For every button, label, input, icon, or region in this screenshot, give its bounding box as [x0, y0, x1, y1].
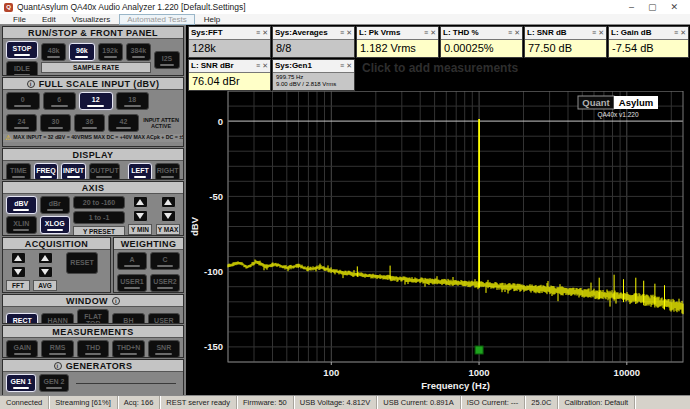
menu-edit[interactable]: Edit [35, 15, 63, 24]
tile-pk-vrms[interactable]: L: Pk Vrms≡✕ 1.182 Vrms [356, 26, 439, 58]
axis-xlog-button[interactable]: XLOG [40, 216, 71, 234]
display-time-button[interactable]: TIME [6, 163, 31, 180]
meas-rms-button[interactable]: RMS [41, 340, 73, 358]
gen1-frequency: 999.75 Hz [276, 74, 351, 81]
display-output-button[interactable]: OUTPUT [89, 163, 120, 180]
sample-rate-384k-button[interactable]: 384k [126, 43, 151, 61]
fsi-12-button[interactable]: 12 [79, 92, 113, 110]
fsi-42-button[interactable]: 42 [108, 114, 139, 132]
tile-menu-icon[interactable]: ≡ [256, 29, 260, 37]
close-icon[interactable]: ✕ [670, 0, 678, 14]
averages-down-button[interactable] [38, 266, 53, 278]
section-weighting: WEIGHTING A C USER1 USER2 [113, 237, 184, 293]
tile-snr-db[interactable]: L: SNR dB≡✕ 77.50 dB [524, 26, 607, 58]
tile-thd-percent[interactable]: L: THD %≡✕ 0.00025% [440, 26, 523, 58]
sample-rate-192k-button[interactable]: 192k [98, 43, 123, 61]
tile-value: 8/8 [273, 40, 354, 57]
meas-gain-button[interactable]: GAIN [6, 340, 38, 358]
sample-rate-96k-button[interactable]: 96k [69, 43, 94, 61]
tile-close-icon[interactable]: ✕ [430, 29, 436, 37]
tile-menu-icon[interactable]: ≡ [256, 62, 260, 70]
tile-close-icon[interactable]: ✕ [598, 29, 604, 37]
menu-help[interactable]: Help [197, 15, 227, 24]
idle-button[interactable]: IDLE [6, 61, 38, 76]
window-user-button[interactable]: USER [148, 313, 180, 325]
window-rect-button[interactable]: RECT [6, 313, 38, 325]
fft-size-up-button[interactable] [11, 252, 26, 264]
meas-thd-button[interactable]: THD [77, 340, 109, 358]
display-input-button[interactable]: INPUT [61, 163, 86, 180]
fsi-24-button[interactable]: 24 [6, 114, 37, 132]
tile-menu-icon[interactable]: ≡ [508, 29, 512, 37]
averages-up-button[interactable] [38, 252, 53, 264]
window-bh-button[interactable]: BH [112, 313, 144, 325]
axis-dbr-button[interactable]: dBr [40, 196, 71, 214]
tile-menu-icon[interactable]: ≡ [674, 29, 678, 37]
cursor-marker[interactable] [475, 346, 483, 354]
gen2-button[interactable]: GEN 2 [39, 374, 69, 392]
fft-stepper-label: FFT [6, 280, 30, 291]
meas-snr-button[interactable]: SNR [148, 340, 180, 358]
tile-menu-icon[interactable]: ≡ [592, 29, 596, 37]
section-display: DISPLAY TIME FREQ INPUT OUTPUT LEFT RIGH… [2, 148, 184, 180]
warning-icon: ⚠ [5, 134, 11, 141]
tile-close-icon[interactable]: ✕ [262, 29, 268, 37]
window-hann-button[interactable]: HANN [41, 313, 73, 325]
fsi-18-button[interactable]: 18 [116, 92, 150, 110]
fsi-6-button[interactable]: 6 [43, 92, 77, 110]
fft-size-down-button[interactable] [11, 266, 26, 278]
fsi-30-button[interactable]: 30 [40, 114, 71, 132]
display-left-button[interactable]: LEFT [128, 163, 153, 180]
y-preset-20-160-button[interactable]: 20 to -160 [73, 196, 125, 209]
weighting-a-button[interactable]: A [117, 252, 147, 270]
gen1-button[interactable]: GEN 1 [6, 374, 36, 392]
tile-sys-gen1[interactable]: Sys:Gen1≡✕ 999.75 Hz 9.00 dBV / 2.818 Vr… [272, 59, 355, 91]
display-freq-button[interactable]: FREQ [34, 163, 59, 180]
section-acquisition-title: ACQUISITION [3, 238, 110, 250]
tile-value: -7.54 dB [609, 40, 688, 57]
tile-close-icon[interactable]: ✕ [680, 29, 686, 37]
tile-menu-icon[interactable]: ≡ [424, 29, 428, 37]
fft-spectrum-chart[interactable]: 1001000100000-50-100-150Frequency (Hz)dB… [186, 91, 690, 395]
i2s-button[interactable]: I2S [154, 51, 180, 69]
tile-menu-icon[interactable]: ≡ [340, 29, 344, 37]
tile-snr-dbr[interactable]: L: SNR dBr≡✕ 76.04 dBr [188, 59, 271, 91]
axis-dbv-button[interactable]: dBV [6, 196, 37, 214]
fsi-0-button[interactable]: 0 [6, 92, 40, 110]
y-min-up-button[interactable] [133, 196, 148, 208]
y-max-down-button[interactable] [161, 210, 176, 222]
fsi-36-button[interactable]: 36 [74, 114, 105, 132]
chart-grid [228, 91, 683, 362]
arrow-up-icon [14, 255, 22, 261]
y-max-up-button[interactable] [161, 196, 176, 208]
window-flattop-button[interactable]: FLAT TOP [77, 309, 109, 324]
weighting-c-button[interactable]: C [150, 252, 180, 270]
display-right-button[interactable]: RIGHT [155, 163, 180, 180]
axis-xlin-button[interactable]: XLIN [6, 216, 37, 234]
y-preset-1-1-button[interactable]: 1 to -1 [73, 211, 125, 224]
tile-sys-averages[interactable]: Sys:Averages≡✕ 8/8 [272, 26, 355, 58]
tile-gain-db[interactable]: L: Gain dB≡✕ -7.54 dB [608, 26, 689, 58]
menu-visualizers[interactable]: Visualizers [65, 15, 118, 24]
maximize-icon[interactable]: ▢ [648, 0, 657, 14]
tile-sys-fft[interactable]: Sys:FFT≡✕ 128k [188, 26, 271, 58]
tile-menu-icon[interactable]: ≡ [340, 62, 344, 70]
minimize-icon[interactable]: – [629, 0, 634, 14]
tile-close-icon[interactable]: ✕ [346, 29, 352, 37]
sample-rate-48k-button[interactable]: 48k [41, 43, 66, 61]
tile-close-icon[interactable]: ✕ [262, 62, 268, 70]
stop-button[interactable]: STOP [6, 41, 38, 59]
meas-thdn-button[interactable]: THD+N [112, 340, 144, 358]
reset-averages-button[interactable]: RESET [66, 252, 98, 274]
add-measurement-hint[interactable]: Click to add measurements [362, 61, 518, 75]
weighting-user1-button[interactable]: USER1 [117, 274, 147, 292]
tile-close-icon[interactable]: ✕ [346, 62, 352, 70]
arrow-down-icon [136, 213, 144, 219]
tile-close-icon[interactable]: ✕ [514, 29, 520, 37]
section-generators: iGENERATORS GEN 1 GEN 2 MULTITONE [2, 359, 184, 395]
max-input-warning: MAX INPUT = 32 dBV = 40VRMS MAX DC = +40… [13, 134, 184, 141]
weighting-user2-button[interactable]: USER2 [150, 274, 180, 292]
menu-file[interactable]: File [6, 15, 33, 24]
control-panel: RUN/STOP & FRONT PANEL STOP IDLE 48k 96k… [0, 25, 186, 395]
y-min-down-button[interactable] [133, 210, 148, 222]
